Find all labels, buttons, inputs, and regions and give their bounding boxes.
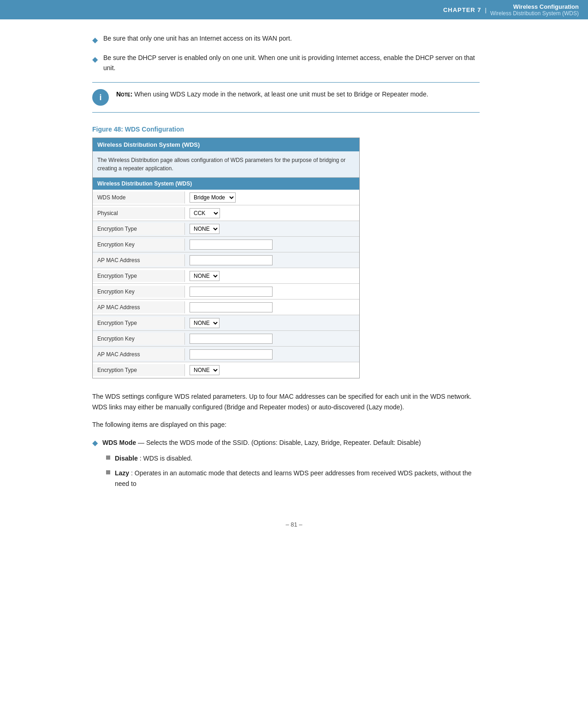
def-text-wds-mode: WDS Mode — Selects the WDS mode of the S… xyxy=(102,437,421,448)
ap-mac-input-1[interactable] xyxy=(190,255,273,265)
ap-mac-input-2[interactable] xyxy=(190,302,273,312)
main-content: ◆ Be sure that only one unit has an Inte… xyxy=(0,19,507,512)
value-ap-mac-2[interactable] xyxy=(185,300,277,315)
bullet-item-2: ◆ Be sure the DHCP server is enabled onl… xyxy=(92,53,480,73)
table-row-physical: Physical CCK OFDM xyxy=(93,205,359,221)
label-ap-mac-3: AP MAC Address xyxy=(93,348,185,360)
label-physical: Physical xyxy=(93,207,185,219)
physical-select[interactable]: CCK OFDM xyxy=(190,208,220,218)
bullet-text-1: Be sure that only one unit has an Intern… xyxy=(103,33,292,43)
page-number: – 81 – xyxy=(0,512,588,533)
label-enc-key-3: Encryption Key xyxy=(93,333,185,345)
label-enc-type-4: Encryption Type xyxy=(93,364,185,376)
header-title-main: Wireless Configuration xyxy=(513,3,579,10)
body-para-1: The WDS settings configure WDS related p… xyxy=(92,391,480,412)
bullet-diamond-1: ◆ xyxy=(92,34,98,46)
label-enc-type-1: Encryption Type xyxy=(93,223,185,235)
value-enc-type-3[interactable]: NONE WEP WPA xyxy=(185,316,224,330)
enc-key-input-3[interactable] xyxy=(190,334,273,344)
sub-bullet-lazy: Lazy : Operates in an automatic mode tha… xyxy=(106,468,480,489)
label-ap-mac-1: AP MAC Address xyxy=(93,254,185,266)
enc-type-select-2[interactable]: NONE WEP WPA xyxy=(190,271,220,281)
label-ap-mac-2: AP MAC Address xyxy=(93,301,185,313)
wds-mode-select[interactable]: Bridge Mode Disable Lazy Repeater xyxy=(190,192,236,203)
value-physical[interactable]: CCK OFDM xyxy=(185,206,225,221)
wds-table-header: Wireless Distribution System (WDS) xyxy=(93,138,359,151)
body-para-2: The following items are displayed on thi… xyxy=(92,419,480,430)
table-row-enc-key-1: Encryption Key xyxy=(93,237,359,252)
enc-key-input-1[interactable] xyxy=(190,240,273,250)
bullet-text-2: Be sure the DHCP server is enabled only … xyxy=(103,53,480,73)
label-enc-key-1: Encryption Key xyxy=(93,239,185,251)
bullet-item-1: ◆ Be sure that only one unit has an Inte… xyxy=(92,33,480,46)
table-row-enc-type-1: Encryption Type NONE WEP WPA xyxy=(93,221,359,237)
value-enc-key-2[interactable] xyxy=(185,284,277,299)
sub-bold-lazy: Lazy xyxy=(115,469,129,477)
value-ap-mac-1[interactable] xyxy=(185,253,277,268)
sub-text-lazy: Lazy : Operates in an automatic mode tha… xyxy=(115,468,480,489)
figure-title: Figure 48: WDS Configuration xyxy=(92,126,480,133)
value-wds-mode[interactable]: Bridge Mode Disable Lazy Repeater xyxy=(185,190,240,205)
label-enc-key-2: Encryption Key xyxy=(93,286,185,298)
enc-type-select-1[interactable]: NONE WEP WPA xyxy=(190,224,220,234)
value-enc-key-1[interactable] xyxy=(185,237,277,252)
label-enc-type-3: Encryption Type xyxy=(93,317,185,329)
value-ap-mac-3[interactable] xyxy=(185,347,277,362)
sub-square-disable xyxy=(106,455,110,460)
table-row-wds-mode: WDS Mode Bridge Mode Disable Lazy Repeat… xyxy=(93,190,359,205)
def-bullet-wds-mode: ◆ WDS Mode — Selects the WDS mode of the… xyxy=(92,437,480,448)
note-label: Note: xyxy=(116,90,132,98)
table-row-enc-type-2: Encryption Type NONE WEP WPA xyxy=(93,268,359,284)
table-row-enc-key-3: Encryption Key xyxy=(93,331,359,347)
enc-type-select-4[interactable]: NONE WEP WPA xyxy=(190,365,220,375)
wds-description: The Wireless Distribution page allows co… xyxy=(93,151,359,178)
wds-section-header: Wireless Distribution System (WDS) xyxy=(93,178,359,190)
note-text: Note: When using WDS Lazy mode in the ne… xyxy=(116,89,428,99)
header-separator: | xyxy=(485,6,487,13)
enc-key-input-2[interactable] xyxy=(190,287,273,297)
sub-square-lazy xyxy=(106,470,110,474)
table-row-ap-mac-1: AP MAC Address xyxy=(93,252,359,268)
info-icon: i xyxy=(92,89,109,106)
table-row-enc-type-4: Encryption Type NONE WEP WPA xyxy=(93,362,359,378)
sub-bullet-disable: Disable : WDS is disabled. xyxy=(106,453,480,463)
value-enc-type-4[interactable]: NONE WEP WPA xyxy=(185,363,224,377)
enc-type-select-3[interactable]: NONE WEP WPA xyxy=(190,318,220,328)
def-rest-wds-mode: — Selects the WDS mode of the SSID. (Opt… xyxy=(138,439,421,446)
table-row-enc-type-3: Encryption Type NONE WEP WPA xyxy=(93,315,359,331)
label-enc-type-2: Encryption Type xyxy=(93,270,185,282)
note-box: i Note: When using WDS Lazy mode in the … xyxy=(92,82,480,113)
sub-text-disable: Disable : WDS is disabled. xyxy=(115,453,192,463)
page-header: CHAPTER 7 | Wireless Configuration Wirel… xyxy=(0,0,588,19)
bullet-diamond-2: ◆ xyxy=(92,54,98,66)
table-row-ap-mac-2: AP MAC Address xyxy=(93,300,359,315)
def-diamond-1: ◆ xyxy=(92,438,98,447)
sub-rest-disable: : WDS is disabled. xyxy=(140,455,192,462)
value-enc-type-1[interactable]: NONE WEP WPA xyxy=(185,222,224,236)
header-title-sub: Wireless Distribution System (WDS) xyxy=(490,10,579,17)
value-enc-type-2[interactable]: NONE WEP WPA xyxy=(185,269,224,283)
label-wds-mode: WDS Mode xyxy=(93,192,185,204)
chapter-label: CHAPTER 7 xyxy=(443,6,481,13)
table-row-enc-key-2: Encryption Key xyxy=(93,284,359,300)
value-enc-key-3[interactable] xyxy=(185,331,277,346)
wds-table: Wireless Distribution System (WDS) The W… xyxy=(92,138,360,378)
sub-rest-lazy: : Operates in an automatic mode that det… xyxy=(115,469,471,487)
note-body: When using WDS Lazy mode in the network,… xyxy=(134,90,428,98)
def-bold-wds-mode: WDS Mode xyxy=(102,439,136,446)
table-row-ap-mac-3: AP MAC Address xyxy=(93,347,359,362)
ap-mac-input-3[interactable] xyxy=(190,349,273,359)
sub-bold-disable: Disable xyxy=(115,455,138,462)
